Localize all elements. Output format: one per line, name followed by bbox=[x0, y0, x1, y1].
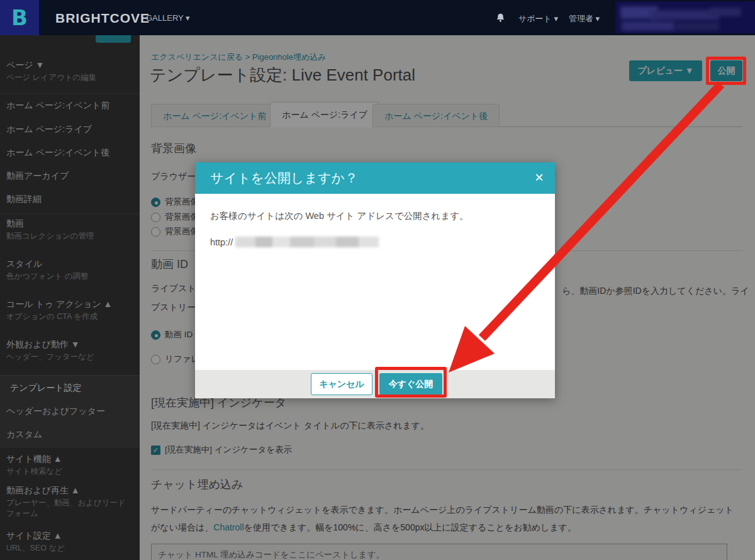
publish-now-button[interactable]: 今すぐ公開 bbox=[379, 373, 442, 395]
site-url-row: http:// bbox=[210, 237, 379, 247]
top-nav: B BRIGHTCOVE GALLERY ▾ サポート ▾ 管理者 ▾ bbox=[0, 0, 755, 35]
modal-footer: キャンセル 今すぐ公開 bbox=[195, 370, 555, 398]
modal-body: お客様のサイトは次の Web サイト アドレスで公開されます。 http:// bbox=[195, 194, 555, 370]
admin-menu[interactable]: 管理者 ▾ bbox=[569, 13, 600, 25]
close-icon[interactable]: × bbox=[535, 162, 544, 193]
account-name-redacted[interactable] bbox=[615, 1, 755, 33]
brightcove-logo-icon[interactable]: B bbox=[0, 0, 39, 35]
modal-header: サイトを公開しますか？ × bbox=[195, 162, 555, 194]
support-menu[interactable]: サポート ▾ bbox=[518, 13, 558, 25]
modal-title: サイトを公開しますか？ bbox=[210, 162, 358, 194]
notification-bell-icon[interactable] bbox=[495, 12, 506, 23]
url-prefix: http:// bbox=[210, 237, 233, 247]
modal-body-text: お客様のサイトは次の Web サイト アドレスで公開されます。 bbox=[210, 210, 469, 222]
site-url-redacted bbox=[235, 237, 379, 247]
gallery-menu[interactable]: GALLERY ▾ bbox=[146, 13, 190, 23]
cancel-button[interactable]: キャンセル bbox=[311, 373, 372, 395]
brand-wordmark: BRIGHTCOVE bbox=[55, 11, 150, 26]
publish-site-modal: サイトを公開しますか？ × お客様のサイトは次の Web サイト アドレスで公開… bbox=[195, 162, 555, 398]
